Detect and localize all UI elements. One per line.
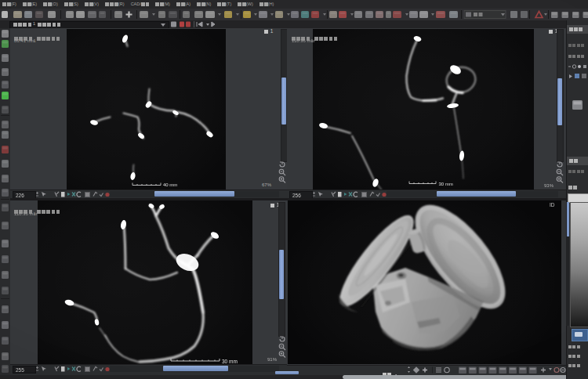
svg-text:226: 226 [16,192,24,197]
svg-text:40 mm: 40 mm [163,182,177,187]
svg-text:30 mm: 30 mm [222,359,238,364]
svg-text:255: 255 [16,367,24,373]
svg-text:256: 256 [292,192,301,197]
svg-text:30 mm: 30 mm [439,182,453,186]
